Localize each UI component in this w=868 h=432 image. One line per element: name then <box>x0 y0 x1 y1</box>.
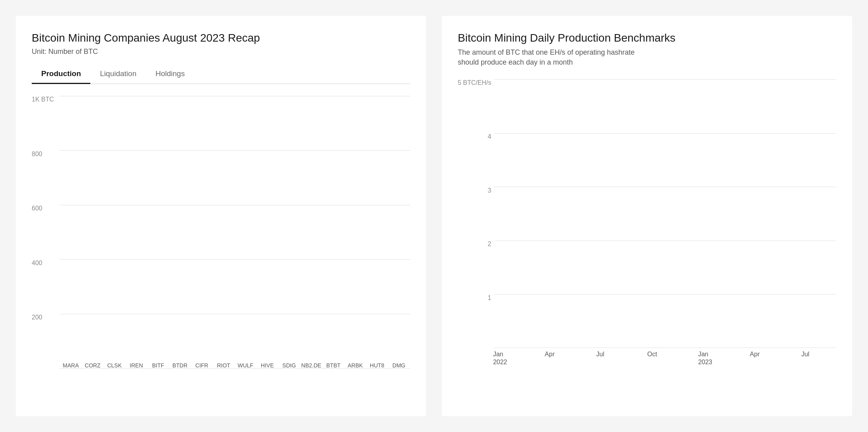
bar-label-mara: MARA <box>63 362 78 369</box>
right-bars-area: Jan 2022AprJulOctJan 2023AprJul <box>494 79 836 365</box>
bar-label-hive: HIVE <box>261 362 274 369</box>
bar-group-btbt: BTBT <box>324 360 343 369</box>
right-panel-title: Bitcoin Mining Daily Production Benchmar… <box>458 32 836 44</box>
right-x-labels: Jan 2022AprJulOctJan 2023AprJul <box>494 348 836 365</box>
bar-group-arbk: ARBK <box>346 360 365 369</box>
bar-group-bitf: BITF <box>148 360 168 369</box>
bar-label-btbt: BTBT <box>326 362 340 369</box>
bar-label-nb2.de: NB2.DE <box>301 362 321 369</box>
x-label-0: Jan 2022 <box>493 350 507 365</box>
bar-label-btdr: BTDR <box>172 362 187 369</box>
bar-label-clsk: CLSK <box>107 362 122 369</box>
left-panel-title: Bitcoin Mining Companies August 2023 Rec… <box>32 32 410 44</box>
y-label-200: 200 <box>32 314 55 321</box>
bar-group-wulf: WULF <box>236 360 255 369</box>
ry-label-5: 5 BTC/EH/s <box>458 79 491 86</box>
bar-label-riot: RIOT <box>217 362 230 369</box>
bar-group-hive: HIVE <box>258 360 277 369</box>
ry-label-3: 3 <box>458 187 491 194</box>
x-label-4: Jan 2023 <box>698 350 712 365</box>
x-label-6: Jul <box>801 350 809 358</box>
right-y-axis: 1 2 3 4 5 BTC/EH/s <box>458 79 494 365</box>
x-label-1: Apr <box>545 350 554 358</box>
bar-group-clsk: CLSK <box>105 360 124 369</box>
right-chart-area: 1 2 3 4 5 BTC/EH/s Jan 2022AprJulOctJan … <box>458 79 836 365</box>
tab-holdings[interactable]: Holdings <box>146 65 194 84</box>
y-label-400: 400 <box>32 260 55 267</box>
bar-label-iren: IREN <box>130 362 143 369</box>
ry-label-4: 4 <box>458 133 491 140</box>
bar-group-nb2.de: NB2.DE <box>301 360 321 369</box>
bar-label-cifr: CIFR <box>195 362 208 369</box>
ry-label-2: 2 <box>458 241 491 248</box>
bar-group-hut8: HUT8 <box>367 360 387 369</box>
ry-label-1: 1 <box>458 294 491 302</box>
bar-label-arbk: ARBK <box>348 362 363 369</box>
y-label-600: 600 <box>32 205 55 212</box>
left-chart-inner: MARACORZCLSKIRENBITFBTDRCIFRRIOTWULFHIVE… <box>59 96 410 381</box>
x-label-3: Oct <box>647 350 657 358</box>
x-label-5: Apr <box>750 350 760 358</box>
bar-group-sdig: SDIG <box>279 360 299 369</box>
y-label-800: 800 <box>32 151 55 158</box>
right-panel: Bitcoin Mining Daily Production Benchmar… <box>442 16 852 416</box>
left-y-axis: 200 400 600 800 1K BTC <box>32 96 59 381</box>
x-label-2: Jul <box>596 350 604 358</box>
bar-label-wulf: WULF <box>237 362 253 369</box>
bar-group-btdr: BTDR <box>170 360 189 369</box>
bar-group-riot: RIOT <box>214 360 233 369</box>
tabs-container: Production Liquidation Holdings <box>32 65 410 84</box>
bar-group-mara: MARA <box>61 360 80 369</box>
right-bars-row <box>494 79 836 348</box>
tab-liquidation[interactable]: Liquidation <box>90 65 146 84</box>
right-panel-description: The amount of BTC that one EH/s of opera… <box>458 48 656 67</box>
left-bars-container: MARACORZCLSKIRENBITFBTDRCIFRRIOTWULFHIVE… <box>59 96 410 381</box>
y-label-1k: 1K BTC <box>32 96 55 103</box>
tab-production[interactable]: Production <box>32 65 90 84</box>
bar-group-cifr: CIFR <box>192 360 212 369</box>
bar-label-sdig: SDIG <box>282 362 296 369</box>
left-panel-subtitle: Unit: Number of BTC <box>32 48 410 56</box>
bar-label-dmg: DMG <box>392 362 405 369</box>
left-panel: Bitcoin Mining Companies August 2023 Rec… <box>16 16 426 416</box>
left-bars-row: MARACORZCLSKIRENBITFBTDRCIFRRIOTWULFHIVE… <box>59 96 410 369</box>
left-chart-area: 200 400 600 800 1K BTC MARACORZCLSKIRENB… <box>32 96 410 381</box>
bar-group-iren: IREN <box>126 360 146 369</box>
bar-label-hut8: HUT8 <box>370 362 384 369</box>
bar-group-dmg: DMG <box>389 360 409 369</box>
bar-group-corz: CORZ <box>83 360 102 369</box>
bar-label-corz: CORZ <box>85 362 101 369</box>
bar-label-bitf: BITF <box>152 362 164 369</box>
